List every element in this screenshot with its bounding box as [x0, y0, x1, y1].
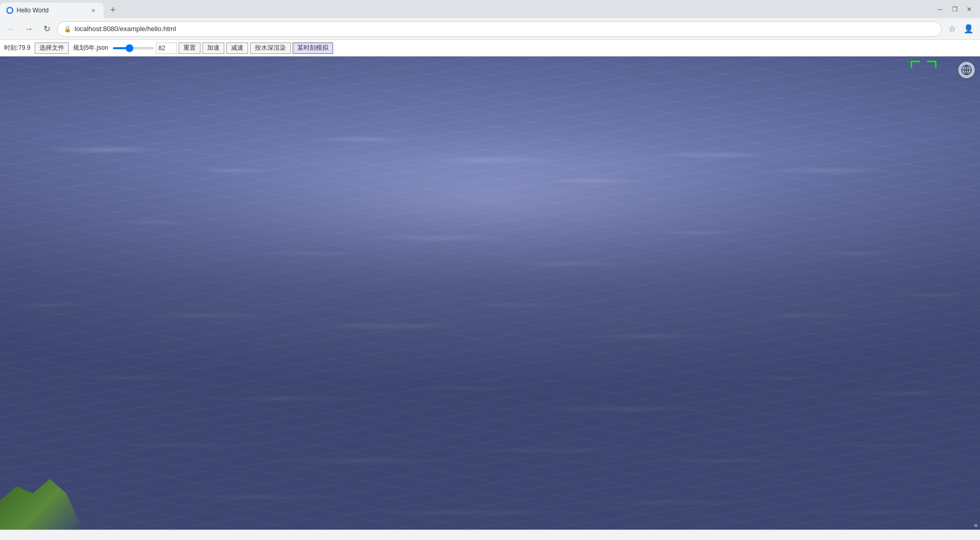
corner-marker-top-right: [927, 61, 936, 68]
active-tab[interactable]: Hello World ✕: [0, 3, 104, 18]
reload-button[interactable]: ↻: [39, 22, 54, 36]
slider-container: [112, 47, 154, 49]
reset-button[interactable]: 重置: [179, 42, 200, 54]
main-content: [0, 56, 980, 530]
svg-point-0: [8, 8, 12, 12]
tab-title: Hello World: [17, 7, 86, 14]
nav-bar: ← → ↻ 🔒 localhost:8080/example/hello.htm…: [0, 18, 980, 40]
close-button[interactable]: ✕: [962, 3, 976, 16]
minimize-button[interactable]: ─: [933, 3, 947, 16]
ocean-view[interactable]: [0, 56, 980, 530]
profile-button[interactable]: 👤: [961, 22, 976, 36]
speedup-button[interactable]: 加速: [203, 42, 224, 54]
file-name-label: 规划5年.json: [71, 44, 110, 52]
globe-button[interactable]: [957, 61, 976, 79]
lock-icon: 🔒: [64, 25, 71, 33]
bookmark-button[interactable]: ☆: [945, 22, 959, 36]
restore-button[interactable]: ❐: [948, 3, 961, 16]
address-bar[interactable]: 🔒 localhost:8080/example/hello.html: [57, 21, 942, 37]
tab-close-button[interactable]: ✕: [89, 6, 97, 15]
browser-frame: Hello World ✕ + ─ ❐ ✕ ← → ↻ 🔒 localhost:…: [0, 0, 980, 540]
time-label: 时刻:79.9: [2, 44, 33, 52]
forward-button[interactable]: →: [22, 22, 36, 36]
time-slider[interactable]: [112, 47, 154, 49]
corner-marker-top-left: [911, 61, 920, 68]
nav-actions: ☆ 👤: [945, 22, 976, 36]
horizon-overlay: [0, 56, 980, 530]
new-tab-button[interactable]: +: [106, 3, 120, 17]
url-text: localhost:8080/example/hello.html: [75, 25, 935, 33]
simulate-button[interactable]: 某时刻模拟: [293, 42, 333, 54]
back-button[interactable]: ←: [4, 22, 19, 36]
speed-input[interactable]: [156, 42, 177, 54]
tab-bar: Hello World ✕ + ─ ❐ ✕: [0, 0, 980, 18]
speeddown-button[interactable]: 减速: [226, 42, 248, 54]
depth-render-button[interactable]: 按水深渲染: [250, 42, 291, 54]
window-controls: ─ ❐ ✕: [929, 3, 980, 16]
corner-markers: [911, 61, 936, 68]
status-bar: [0, 530, 980, 540]
tab-favicon: [6, 7, 13, 14]
choose-file-button[interactable]: 选择文件: [35, 42, 69, 54]
scroll-indicator: [973, 522, 979, 529]
toolbar: 时刻:79.9 选择文件 规划5年.json 重置 加速 减速 按水深渲染 某时…: [0, 40, 980, 56]
